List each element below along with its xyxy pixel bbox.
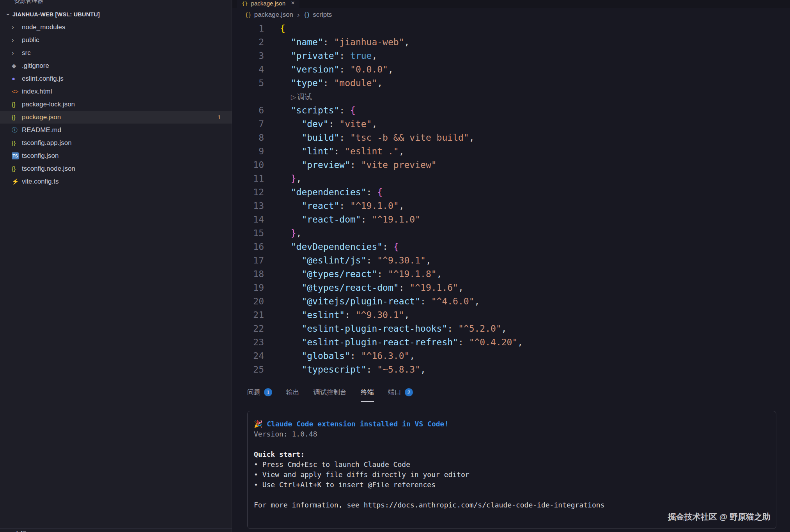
panel-tab-label: 端口 (388, 388, 401, 397)
code-line[interactable]: 5 "type": "module", (232, 76, 790, 90)
html-file-icon: <> (12, 88, 22, 95)
file-label: tsconfig.app.json (22, 139, 72, 147)
file-row-package.json[interactable]: {}package.json1 (0, 111, 232, 124)
code-line[interactable]: 24 "globals": "^16.3.0", (232, 349, 790, 363)
watermark: 掘金技术社区 @ 野原猫之助 (668, 511, 771, 522)
json-file-icon: {} (12, 165, 22, 172)
line-number: 12 (232, 186, 264, 199)
file-row-vite.config.ts[interactable]: ⚡vite.config.ts (0, 175, 232, 188)
code-line[interactable]: 4 "version": "0.0.0", (232, 63, 790, 76)
folder-row-src[interactable]: ›src (0, 46, 232, 59)
code-line[interactable]: 17 "@eslint/js": "^9.30.1", (232, 254, 790, 267)
terminal-output-box: 🎉 Claude Code extension installed in VS … (247, 411, 776, 529)
file-row-tsconfig.node.json[interactable]: {}tsconfig.node.json (0, 162, 232, 175)
code-line[interactable]: 6 "scripts": { (232, 104, 790, 117)
breadcrumb-item-scripts[interactable]: {} scripts (303, 11, 332, 19)
line-number: 15 (232, 226, 264, 240)
panel-tab-debug-console[interactable]: 调试控制台 (314, 383, 347, 402)
code-line[interactable]: 12 "dependencies": { (232, 186, 790, 199)
line-number: 9 (232, 145, 264, 158)
code-line[interactable]: 11 }, (232, 172, 790, 186)
chevron-down-icon: › (5, 10, 12, 19)
code-text: "scripts": { (264, 104, 356, 117)
codelens-row: ▷调试 (232, 90, 790, 104)
code-line[interactable]: 25 "typescript": "~5.8.3", (232, 363, 790, 376)
code-line[interactable]: 23 "eslint-plugin-react-refresh": "^0.4.… (232, 336, 790, 349)
line-number: 6 (232, 104, 264, 117)
terminal-line: Version: 1.0.48 (254, 429, 769, 439)
panel-tab-label: 终端 (361, 388, 374, 397)
debug-codelens[interactable]: ▷调试 (291, 90, 312, 104)
play-icon: ▷ (291, 94, 296, 101)
git-file-icon: ◆ (12, 62, 22, 69)
line-number: 16 (232, 240, 264, 254)
code-text: "@eslint/js": "^9.30.1", (264, 254, 431, 267)
code-line[interactable]: 1{ (232, 22, 790, 35)
folder-row-node_modules[interactable]: ›node_modules (0, 21, 232, 34)
info-file-icon: ⓘ (12, 126, 22, 134)
code-line[interactable]: 9 "lint": "eslint .", (232, 145, 790, 158)
code-line[interactable]: 16 "devDependencies": { (232, 240, 790, 254)
folder-row-public[interactable]: ›public (0, 34, 232, 46)
code-line[interactable]: 7 "dev": "vite", (232, 117, 790, 131)
file-row-package-lock.json[interactable]: {}package-lock.json (0, 98, 232, 111)
code-line[interactable]: 22 "eslint-plugin-react-hooks": "^5.2.0"… (232, 322, 790, 336)
code-text: "eslint-plugin-react-refresh": "^0.4.20"… (264, 336, 523, 349)
code-line[interactable]: 20 "@vitejs/plugin-react": "^4.6.0", (232, 295, 790, 308)
code-text: }, (264, 226, 301, 240)
breadcrumb-item-file[interactable]: {} package.json (245, 11, 293, 19)
code-text: "version": "0.0.0", (264, 63, 393, 76)
file-label: tsconfig.json (22, 152, 59, 160)
code-line[interactable]: 10 "preview": "vite preview" (232, 158, 790, 172)
line-number: 7 (232, 117, 264, 131)
code-text: "react-dom": "^19.1.0" (264, 213, 420, 226)
terminal-content[interactable]: 🎉 Claude Code extension installed in VS … (248, 411, 776, 510)
tab-package-json[interactable]: {} package.json × (237, 0, 299, 8)
panel-tab-ports[interactable]: 端口2 (388, 383, 413, 402)
file-label: src (22, 49, 31, 57)
code-editor[interactable]: 1{2 "name": "jianhua-web",3 "private": t… (232, 22, 790, 383)
panel-tab-output[interactable]: 输出 (286, 383, 299, 402)
project-root-row[interactable]: › JIANHUA-WEB [WSL: UBUNTU] (0, 8, 232, 21)
json-symbol-icon: {} (245, 12, 252, 18)
code-text: { (264, 22, 285, 35)
code-text: "eslint": "^9.30.1", (264, 308, 409, 322)
file-row-tsconfig.json[interactable]: TStsconfig.json (0, 149, 232, 162)
code-text: "@types/react-dom": "^19.1.6", (264, 281, 464, 295)
file-row-index.html[interactable]: <>index.html (0, 85, 232, 98)
code-line[interactable]: 15 }, (232, 226, 790, 240)
code-text: "@types/react": "^19.1.8", (264, 267, 442, 281)
code-text: "dev": "vite", (264, 117, 377, 131)
code-line[interactable]: 18 "@types/react": "^19.1.8", (232, 267, 790, 281)
file-row-README.md[interactable]: ⓘREADME.md (0, 124, 232, 136)
file-row-eslint.config.js[interactable]: ●eslint.config.js (0, 72, 232, 85)
code-text: "typescript": "~5.8.3", (264, 363, 426, 376)
line-number (232, 90, 264, 104)
line-number: 2 (232, 35, 264, 49)
code-line[interactable]: 8 "build": "tsc -b && vite build", (232, 131, 790, 145)
code-line[interactable]: 21 "eslint": "^9.30.1", (232, 308, 790, 322)
outline-section-header[interactable]: › 大纲 (0, 528, 232, 532)
code-text: "private": true, (264, 49, 377, 63)
code-line[interactable]: 3 "private": true, (232, 49, 790, 63)
file-row-tsconfig.app.json[interactable]: {}tsconfig.app.json (0, 136, 232, 149)
file-label: eslint.config.js (22, 75, 64, 83)
code-text: "globals": "^16.3.0", (264, 349, 415, 363)
line-number: 24 (232, 349, 264, 363)
terminal-line: Quick start: (254, 449, 769, 460)
terminal-line (254, 490, 769, 500)
line-number: 1 (232, 22, 264, 35)
code-line[interactable]: 19 "@types/react-dom": "^19.1.6", (232, 281, 790, 295)
file-row-.gitignore[interactable]: ◆.gitignore (0, 59, 232, 72)
file-label: package-lock.json (22, 101, 75, 108)
code-line[interactable]: 14 "react-dom": "^19.1.0" (232, 213, 790, 226)
panel-tab-terminal[interactable]: 终端 (361, 383, 374, 402)
code-line[interactable]: 2 "name": "jianhua-web", (232, 35, 790, 49)
code-text: }, (264, 172, 301, 186)
code-text: "type": "module", (264, 76, 383, 90)
code-line[interactable]: 13 "react": "^19.1.0", (232, 199, 790, 213)
panel-tab-problems[interactable]: 问题1 (247, 383, 272, 402)
close-icon[interactable]: × (291, 0, 295, 7)
panel-tab-bar: 问题1输出调试控制台终端端口2 (232, 383, 790, 402)
file-label: README.md (22, 126, 61, 134)
